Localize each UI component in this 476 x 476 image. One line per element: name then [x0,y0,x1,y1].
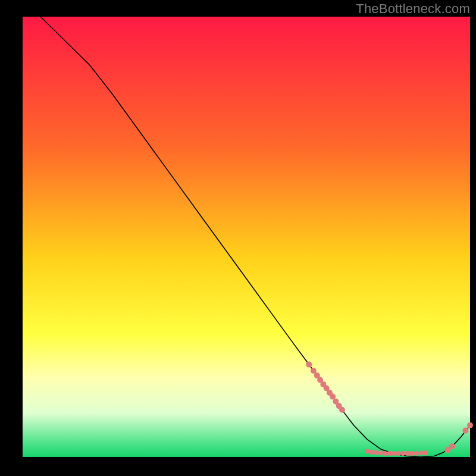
svg-point-19 [396,451,401,456]
svg-point-25 [423,450,428,455]
chart-container: TheBottleneck.com [0,0,476,476]
svg-point-24 [418,450,423,455]
svg-point-28 [462,428,468,434]
svg-point-21 [405,451,410,456]
svg-point-12 [365,449,369,453]
chart-svg [0,0,476,476]
svg-point-23 [414,451,419,456]
plot-background [23,17,470,457]
svg-point-16 [383,451,387,456]
svg-point-20 [400,451,405,456]
svg-point-17 [387,451,392,456]
svg-point-13 [369,450,374,455]
svg-point-1 [306,362,312,368]
svg-point-14 [374,450,378,455]
svg-point-2 [311,368,317,374]
svg-point-27 [449,443,455,449]
svg-point-22 [409,451,414,456]
svg-point-11 [339,407,345,413]
svg-point-29 [467,422,473,428]
watermark-text: TheBottleneck.com [356,1,470,17]
svg-point-15 [378,450,383,455]
svg-point-18 [392,451,396,456]
